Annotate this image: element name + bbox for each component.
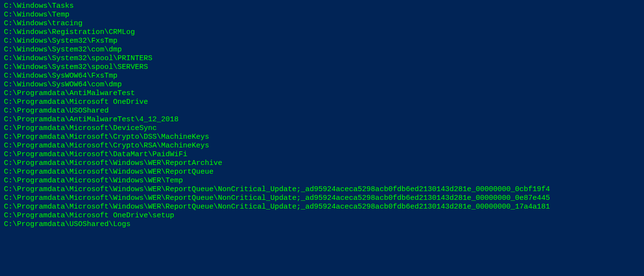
output-line: C:\Programdata\AntiMalwareTest (4, 89, 640, 98)
output-line: C:\Programdata\Microsoft\Crypto\RSA\Mach… (4, 142, 640, 150)
output-line: C:\Programdata\Microsoft\Windows\WER\Rep… (4, 168, 640, 177)
output-line: C:\Windows\Temp (4, 11, 640, 19)
output-line: C:\Programdata\Microsoft\Windows\WER\Rep… (4, 194, 640, 203)
output-line: C:\Programdata\Microsoft OneDrive (4, 98, 640, 107)
output-line: C:\Windows\Tasks (4, 2, 640, 11)
output-line: C:\Programdata\USOShared (4, 107, 640, 115)
output-line: C:\Programdata\Microsoft OneDrive\setup (4, 211, 640, 220)
output-line: C:\Programdata\Microsoft\Crypto\DSS\Mach… (4, 133, 640, 142)
output-line: C:\Programdata\AntiMalwareTest\4_12_2018 (4, 115, 640, 124)
output-line: C:\Programdata\Microsoft\DeviceSync (4, 124, 640, 133)
output-line: C:\Programdata\Microsoft\Windows\WER\Rep… (4, 203, 640, 211)
output-line: C:\Windows\SysWOW64\FxsTmp (4, 72, 640, 81)
output-line: C:\Programdata\Microsoft\Windows\WER\Rep… (4, 185, 640, 194)
output-line: C:\Windows\tracing (4, 19, 640, 28)
output-line: C:\Windows\System32\spool\PRINTERS (4, 54, 640, 63)
terminal-output[interactable]: C:\Windows\TasksC:\Windows\TempC:\Window… (4, 2, 640, 274)
output-line: C:\Windows\Registration\CRMLog (4, 28, 640, 37)
output-line: C:\Windows\System32\com\dmp (4, 46, 640, 54)
output-line: C:\Programdata\Microsoft\Windows\WER\Tem… (4, 177, 640, 185)
output-line: C:\Windows\System32\FxsTmp (4, 37, 640, 46)
output-line: C:\Programdata\USOShared\Logs (4, 220, 640, 229)
output-line: C:\Windows\SysWOW64\com\dmp (4, 81, 640, 89)
output-line: C:\Programdata\Microsoft\DataMart\PaidWi… (4, 150, 640, 159)
output-line: C:\Windows\System32\spool\SERVERS (4, 63, 640, 72)
output-line: C:\Programdata\Microsoft\Windows\WER\Rep… (4, 159, 640, 168)
